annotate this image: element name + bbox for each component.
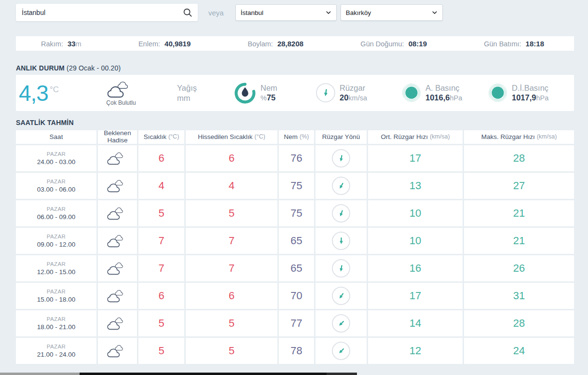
temperature-value: 4,3 [19,81,48,106]
wind-direction-icon [316,83,335,103]
mostly-cloudy-icon [107,80,135,98]
table-row: PAZAR21.00 - 24.0055781224 [16,338,574,364]
latitude-value: 40,9819 [164,40,191,48]
avg-wind-cell: 16 [368,255,463,281]
wind-direction-icon [332,259,350,278]
max-wind-cell: 28 [464,310,574,336]
mostly-cloudy-icon [107,234,128,248]
wind-direction-cell [315,173,367,199]
mostly-cloudy-icon [107,152,128,166]
column-header: Nem(%) [279,130,314,144]
temperature-cell: 7 [138,255,184,281]
pressure-unit: hPa [450,94,462,102]
or-label: veya [208,9,224,17]
hour-cell: PAZAR06.00 - 09.00 [16,200,96,226]
column-label: Hissedilen Sıcaklık [198,134,252,141]
column-label: Ort. Rüzgar Hızı [381,134,428,141]
max-wind-cell: 26 [464,255,574,281]
current-title-time: (29 Ocak - 00.20) [67,64,121,72]
wind-direction-cell [315,255,367,281]
time-range: 06.00 - 09.00 [37,213,76,222]
province-select[interactable]: İstanbul [236,5,336,20]
condition-cell [98,283,137,309]
hour-cell: PAZAR15.00 - 18.00 [16,283,96,309]
wind-value: 20 [340,93,348,102]
max-wind-cell: 21 [464,200,574,226]
wind-unit: km/sa [348,94,367,102]
hourly-title-text: SAATLİK TAHMİN [16,119,74,126]
humidity-cell: 76 [279,145,314,171]
condition-label: Çok Bulutlu [106,99,136,106]
msl-pressure-label: D.İ.Basınç [512,83,548,93]
altitude-unit: m [76,40,82,48]
time-range: 24.00 - 03.00 [37,158,76,167]
hourly-forecast-table: SaatBeklenen HadiseSıcaklık(°C)Hissedile… [16,130,574,364]
humidity-unit: % [260,94,267,102]
scrollbar-segment-dark [327,373,357,375]
current-conditions-card: 4,3°C Çok Bulutlu Yağış mm Nem %75 Rüzga… [16,75,574,111]
altitude-label: Rakım: [41,40,63,48]
column-unit: (km/sa) [430,134,450,140]
district-select-wrap: Bakırköy [341,4,443,21]
humidity-cell: 65 [279,228,314,254]
bottom-scrollbar [0,373,588,375]
wind-direction-icon [332,232,350,250]
mostly-cloudy-icon [107,179,128,193]
table-row: PAZAR06.00 - 09.0055751021 [16,200,574,226]
temperature-cell: 6 [138,145,184,171]
column-header: Beklenen Hadise [98,130,137,144]
column-header: Rüzgar Yönü [315,130,367,144]
wind-direction-icon [332,149,350,167]
pressure-icon [488,83,507,103]
max-wind-cell: 21 [464,228,574,254]
pressure-block: A. Basınç 1016,6hPa [402,83,462,103]
search-button[interactable] [179,5,196,20]
current-condition: Çok Bulutlu [92,80,150,106]
table-row: PAZAR09.00 - 12.0077651021 [16,228,574,254]
day-label: PAZAR [47,151,66,158]
condition-cell [98,200,137,226]
district-select[interactable]: Bakırköy [341,5,442,20]
temperature-cell: 5 [138,310,184,336]
day-label: PAZAR [47,178,66,185]
avg-wind-cell: 13 [368,173,463,199]
condition-cell [98,255,137,281]
temperature-unit: °C [50,85,59,94]
condition-cell [98,145,137,171]
topbar: veya İstanbul Bakırköy [16,4,447,21]
column-header: Sıcaklık(°C) [138,130,184,144]
feels-like-cell: 4 [186,173,277,199]
avg-wind-cell: 10 [368,228,463,254]
mostly-cloudy-icon [107,289,128,303]
humidity-value: 75 [267,93,275,102]
msl-pressure-unit: hPa [536,94,548,102]
hour-cell: PAZAR18.00 - 21.00 [16,310,96,336]
pressure-icon [402,83,421,103]
precipitation-unit: mm [177,93,197,103]
time-range: 18.00 - 21.00 [37,323,76,332]
wind-direction-icon [332,177,350,195]
column-unit: (°C) [168,134,179,140]
humidity-gauge-icon [234,82,256,104]
day-label: PAZAR [47,206,66,213]
search-box [16,4,198,21]
wind-direction-icon [332,342,350,360]
wind-direction-icon [332,314,350,333]
sunset-value: 18:18 [526,40,544,48]
feels-like-cell: 7 [186,228,277,254]
sunrise-item: Gün Doğumu:08:19 [360,40,427,48]
time-range: 12.00 - 15.00 [37,268,76,277]
column-label: Sıcaklık [144,134,166,141]
table-row: PAZAR18.00 - 21.0055771428 [16,310,574,336]
humidity-cell: 78 [279,338,314,364]
humidity-block: Nem %75 [234,82,277,104]
search-input[interactable] [16,4,198,21]
scrollbar-thumb[interactable] [80,373,327,375]
province-select-wrap: İstanbul [235,4,337,21]
avg-wind-cell: 17 [368,145,463,171]
wind-direction-cell [315,228,367,254]
temperature-cell: 4 [138,173,184,199]
avg-wind-cell: 12 [368,338,463,364]
latitude-label: Enlem: [138,40,160,48]
hour-cell: PAZAR09.00 - 12.00 [16,228,96,254]
